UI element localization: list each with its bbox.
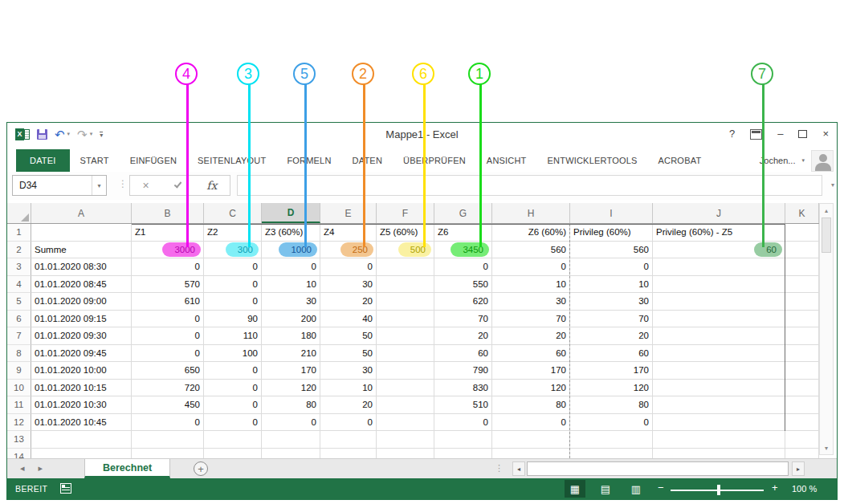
cell-I14[interactable] xyxy=(570,449,653,459)
cell-C14[interactable] xyxy=(204,449,262,459)
column-header-C[interactable]: C xyxy=(204,203,262,223)
cell-H13[interactable] xyxy=(492,431,570,449)
scrollbar-grip-icon[interactable]: ⋮ xyxy=(495,463,504,474)
cell-E3[interactable]: 0 xyxy=(320,258,377,276)
cell-J10[interactable] xyxy=(653,380,785,397)
ribbon-tab-datei[interactable]: DATEI xyxy=(16,149,70,172)
cell-J8[interactable] xyxy=(653,345,785,363)
ribbon-tab-seitenlayout[interactable]: SEITENLAYOUT xyxy=(187,149,276,172)
cell-B11[interactable]: 450 xyxy=(132,396,204,414)
expand-formula-bar-icon[interactable]: ▾ xyxy=(831,181,834,189)
cell-D5[interactable]: 30 xyxy=(262,293,320,311)
cell-A3[interactable]: 01.01.2020 08:30 xyxy=(31,258,132,276)
cell-C12[interactable]: 0 xyxy=(204,414,262,432)
cell-C6[interactable]: 90 xyxy=(204,311,262,328)
cell-J5[interactable] xyxy=(653,293,785,311)
cell-B12[interactable]: 0 xyxy=(132,414,204,432)
cell-H4[interactable]: 10 xyxy=(492,276,570,294)
customize-qat-icon[interactable]: ▾ xyxy=(100,132,103,137)
cell-H2[interactable]: 560 xyxy=(492,242,570,259)
cell-F5[interactable] xyxy=(377,293,434,311)
name-box[interactable]: D34 ▾ xyxy=(12,175,107,196)
cell-A5[interactable]: 01.01.2020 09:00 xyxy=(31,293,132,311)
cell-H6[interactable]: 70 xyxy=(492,311,570,328)
cell-C10[interactable]: 0 xyxy=(204,380,262,397)
cell-A11[interactable]: 01.01.2020 10:30 xyxy=(31,396,132,414)
cell-J9[interactable] xyxy=(653,362,785,380)
cell-D14[interactable] xyxy=(262,449,320,459)
cell-H10[interactable]: 120 xyxy=(492,380,570,397)
cell-D2[interactable]: 1000 xyxy=(262,242,320,259)
cell-B6[interactable]: 0 xyxy=(132,311,204,328)
cell-J2[interactable]: 60 xyxy=(653,242,785,259)
column-header-B[interactable]: B xyxy=(132,203,204,223)
formula-bar-grip-icon[interactable]: ⋮ xyxy=(118,178,128,189)
cell-G5[interactable]: 620 xyxy=(434,293,492,311)
redo-icon[interactable]: ↷ xyxy=(77,129,88,140)
page-break-view-button[interactable]: ▥ xyxy=(626,480,646,498)
scroll-down-icon[interactable]: ▾ xyxy=(820,441,833,454)
cell-F1[interactable]: Z5 (60%) xyxy=(377,224,434,242)
cell-G4[interactable]: 550 xyxy=(434,276,492,294)
cell-C7[interactable]: 110 xyxy=(204,327,262,345)
cell-A7[interactable]: 01.01.2020 09:30 xyxy=(31,327,132,345)
cell-K10[interactable] xyxy=(785,380,819,397)
ribbon-display-options-button[interactable] xyxy=(750,129,762,140)
cell-B2[interactable]: 3000 xyxy=(132,242,204,259)
cell-E14[interactable] xyxy=(320,449,377,459)
ribbon-tab-acrobat[interactable]: ACROBAT xyxy=(648,149,712,172)
scroll-right-icon[interactable]: ▸ xyxy=(792,461,805,476)
ribbon-tab-ansicht[interactable]: ANSICHT xyxy=(476,149,537,172)
cell-G11[interactable]: 510 xyxy=(434,396,492,414)
cell-G9[interactable]: 790 xyxy=(434,362,492,380)
cell-D7[interactable]: 180 xyxy=(262,327,320,345)
column-header-K[interactable]: K xyxy=(785,203,819,223)
row-header-11[interactable]: 11 xyxy=(7,396,31,414)
zoom-out-button[interactable]: − xyxy=(658,482,664,494)
cell-D3[interactable]: 0 xyxy=(262,258,320,276)
cell-J11[interactable] xyxy=(653,396,785,414)
cell-B10[interactable]: 720 xyxy=(132,380,204,397)
cell-E8[interactable]: 50 xyxy=(320,345,377,363)
column-header-J[interactable]: J xyxy=(653,203,785,223)
page-layout-view-button[interactable]: ▤ xyxy=(595,480,616,498)
cell-A9[interactable]: 01.01.2020 10:00 xyxy=(31,362,132,380)
redo-dropdown-icon[interactable]: ▾ xyxy=(90,131,93,137)
cell-E12[interactable]: 0 xyxy=(320,414,377,432)
cell-I1[interactable]: Privileg (60%) xyxy=(570,224,653,242)
cell-E11[interactable]: 20 xyxy=(320,396,377,414)
cell-H14[interactable] xyxy=(492,449,570,459)
cell-E9[interactable]: 30 xyxy=(320,362,377,380)
cell-A6[interactable]: 01.01.2020 09:15 xyxy=(31,311,132,328)
cell-J12[interactable] xyxy=(653,414,785,432)
zoom-slider-thumb[interactable] xyxy=(717,485,720,495)
cell-E1[interactable]: Z4 xyxy=(320,224,377,242)
ribbon-tab-berprfen[interactable]: ÜBERPRÜFEN xyxy=(393,149,476,172)
cell-E10[interactable]: 10 xyxy=(320,380,377,397)
column-header-G[interactable]: G xyxy=(434,203,492,223)
row-header-1[interactable]: 1 xyxy=(7,224,31,242)
cell-D9[interactable]: 170 xyxy=(262,362,320,380)
cell-G7[interactable]: 20 xyxy=(434,327,492,345)
cell-G13[interactable] xyxy=(434,431,492,449)
cell-I8[interactable]: 60 xyxy=(570,345,653,363)
cell-G6[interactable]: 70 xyxy=(434,311,492,328)
cell-I5[interactable]: 30 xyxy=(570,293,653,311)
cell-K2[interactable] xyxy=(785,242,819,259)
cell-A1[interactable] xyxy=(31,224,132,242)
zoom-in-button[interactable]: + xyxy=(772,482,778,494)
name-box-dropdown-icon[interactable]: ▾ xyxy=(92,176,106,195)
cell-A8[interactable]: 01.01.2020 09:45 xyxy=(31,345,132,363)
cell-I7[interactable]: 20 xyxy=(570,327,653,345)
cell-B3[interactable]: 0 xyxy=(132,258,204,276)
close-button[interactable]: × xyxy=(822,127,829,141)
row-header-7[interactable]: 7 xyxy=(7,327,31,345)
cell-E2[interactable]: 250 xyxy=(320,242,377,259)
cell-D1[interactable]: Z3 (60%) xyxy=(262,224,320,242)
cell-K9[interactable] xyxy=(785,362,819,380)
cell-A12[interactable]: 01.01.2020 10:45 xyxy=(31,414,132,432)
sheet-tab-berechnet[interactable]: Berechnet xyxy=(84,459,170,478)
row-header-4[interactable]: 4 xyxy=(7,276,31,294)
cell-F3[interactable] xyxy=(377,258,434,276)
cell-J4[interactable] xyxy=(653,276,785,294)
